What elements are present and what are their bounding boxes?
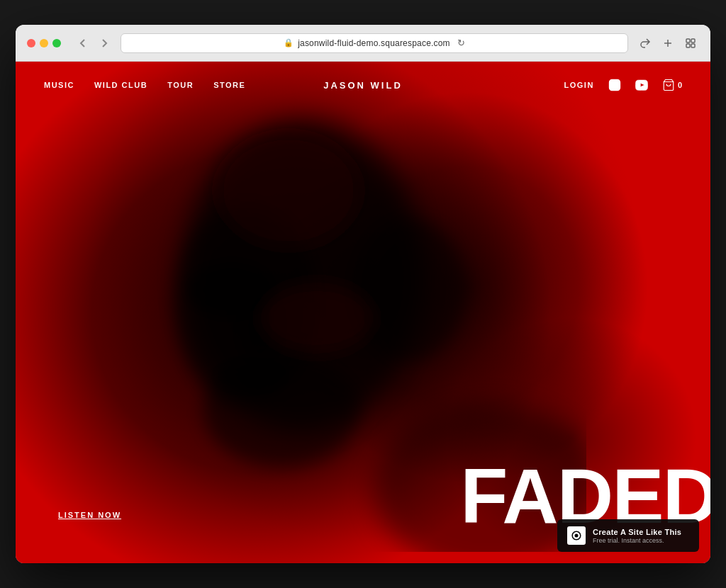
svg-point-14 xyxy=(218,357,289,392)
instagram-icon[interactable] xyxy=(608,79,621,91)
back-button[interactable] xyxy=(75,35,91,51)
site-title[interactable]: JASON WILD xyxy=(323,80,403,91)
squarespace-badge[interactable]: Create A Site Like This Free trial. Inst… xyxy=(557,519,699,552)
cart-count: 0 xyxy=(678,81,682,89)
svg-rect-4 xyxy=(686,44,690,47)
close-button[interactable] xyxy=(27,39,35,47)
maximize-button[interactable] xyxy=(52,39,61,47)
browser-actions xyxy=(637,36,699,50)
nav-center: JASON WILD xyxy=(323,79,403,91)
nav-item-music[interactable]: MUSIC xyxy=(44,81,74,89)
nav-item-wild-club[interactable]: WILD CLUB xyxy=(94,81,147,89)
browser-controls xyxy=(75,35,112,51)
svg-point-9 xyxy=(352,219,466,361)
nav-item-tour[interactable]: TOUR xyxy=(167,81,194,89)
new-tab-button[interactable] xyxy=(659,36,676,50)
listen-now-button[interactable]: LISTEN NOW xyxy=(58,511,121,519)
svg-rect-2 xyxy=(686,39,690,43)
website-content: MUSIC WILD CLUB TOUR STORE JASON WILD LO… xyxy=(16,62,710,563)
squarespace-logo xyxy=(567,526,586,545)
navigation: MUSIC WILD CLUB TOUR STORE JASON WILD LO… xyxy=(16,62,710,108)
cart-icon[interactable]: 0 xyxy=(662,79,682,91)
forward-button[interactable] xyxy=(96,35,112,51)
login-button[interactable]: LOGIN xyxy=(564,81,594,89)
svg-point-15 xyxy=(260,283,374,354)
nav-item-store[interactable]: STORE xyxy=(213,81,245,89)
svg-point-17 xyxy=(612,82,618,88)
lock-icon: 🔒 xyxy=(284,38,294,47)
badge-main-text: Create A Site Like This xyxy=(593,528,681,536)
svg-rect-3 xyxy=(691,39,695,43)
address-bar[interactable]: 🔒 jasonwild-fluid-demo.squarespace.com ↻ xyxy=(121,33,628,53)
hero-cta: LISTEN NOW xyxy=(58,508,121,521)
svg-point-19 xyxy=(575,534,579,538)
svg-point-11 xyxy=(218,134,359,247)
nav-right: LOGIN 0 xyxy=(564,79,682,91)
browser-window: 🔒 jasonwild-fluid-demo.squarespace.com ↻ xyxy=(16,25,710,563)
windows-button[interactable] xyxy=(682,36,699,50)
minimize-button[interactable] xyxy=(40,39,48,47)
refresh-icon[interactable]: ↻ xyxy=(457,38,465,48)
share-button[interactable] xyxy=(637,36,654,50)
nav-left: MUSIC WILD CLUB TOUR STORE xyxy=(44,81,245,89)
svg-point-18 xyxy=(617,81,618,82)
squarespace-badge-text: Create A Site Like This Free trial. Inst… xyxy=(593,528,681,544)
traffic-lights xyxy=(27,39,61,47)
svg-rect-5 xyxy=(691,44,695,47)
browser-chrome: 🔒 jasonwild-fluid-demo.squarespace.com ↻ xyxy=(16,25,710,62)
youtube-icon[interactable] xyxy=(635,79,648,91)
url-text: jasonwild-fluid-demo.squarespace.com xyxy=(298,38,450,48)
badge-sub-text: Free trial. Instant access. xyxy=(593,537,681,544)
